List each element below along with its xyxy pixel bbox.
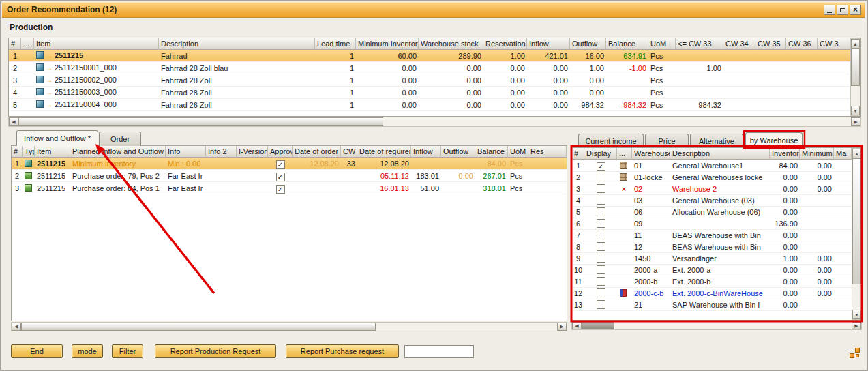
outflow-cell[interactable]: 16.00	[570, 50, 606, 62]
outflow-cell[interactable]: 1.00	[570, 62, 606, 74]
date-of-requirement-cell[interactable]: 16.01.13	[357, 182, 411, 194]
max-cell[interactable]	[834, 276, 852, 288]
info2-cell[interactable]	[206, 182, 237, 194]
top-table-horizontal-scrollbar[interactable]: ◀ ▶	[8, 117, 861, 127]
inflow-cell[interactable]: 421.01	[527, 50, 570, 62]
uom-cell[interactable]: Pcs	[648, 50, 676, 62]
lead-time-cell[interactable]: 1	[315, 62, 356, 74]
cw-cell[interactable]	[341, 170, 357, 182]
max-cell[interactable]	[834, 299, 852, 311]
cw34-cell[interactable]	[723, 87, 755, 99]
cw33-cell[interactable]: 1.00	[676, 62, 723, 74]
display-checkbox[interactable]	[597, 288, 605, 297]
inventory-cell[interactable]: 136.90	[770, 218, 800, 230]
footer-text-input[interactable]	[404, 345, 474, 358]
display-checkbox[interactable]	[597, 265, 605, 274]
top-table-vertical-scrollbar[interactable]: ▲ ▼	[850, 38, 860, 116]
scrollbar-thumb[interactable]	[18, 117, 383, 126]
warehouse-icon-cell[interactable]	[617, 288, 632, 299]
res-cell[interactable]	[528, 182, 567, 194]
outflow-cell[interactable]: 0.00	[441, 170, 475, 182]
outflow-cell[interactable]: 0.00	[570, 74, 606, 87]
tab-order[interactable]: Order	[99, 132, 141, 146]
uom-cell[interactable]: Pcs	[508, 182, 528, 194]
warehouse-icon-cell[interactable]	[617, 160, 632, 172]
uom-cell[interactable]: Pcs	[648, 62, 676, 74]
display-checkbox[interactable]	[597, 254, 605, 263]
approved-checkbox[interactable]: ✓	[276, 160, 285, 169]
warehouse-icon-cell[interactable]	[617, 276, 632, 288]
i-version-cell[interactable]	[237, 170, 268, 182]
balance-cell[interactable]	[606, 74, 648, 87]
warehouse-code-cell[interactable]: 01-locke	[632, 172, 670, 183]
warehouse-code-cell[interactable]: 12	[632, 241, 670, 253]
warehouse-table-vertical-scrollbar[interactable]: ▲ ▼	[852, 148, 862, 320]
warehouse-description-cell[interactable]: Versandlager	[670, 253, 770, 265]
scrollbar-thumb[interactable]	[851, 48, 860, 86]
cw34-cell[interactable]	[723, 74, 755, 87]
max-cell[interactable]	[834, 160, 852, 172]
warehouse-code-cell[interactable]: 06	[632, 207, 670, 218]
warehouse-icon-cell[interactable]: ×	[617, 183, 632, 195]
warehouse-description-cell[interactable]	[670, 218, 770, 230]
minimum-inventory-cell[interactable]: 60.00	[356, 50, 419, 62]
warehouse-description-cell[interactable]: Ext. 2000-a	[670, 265, 770, 276]
warehouse-table-horizontal-scrollbar[interactable]: ◀ ▶	[571, 321, 862, 330]
table-row[interactable]: 22511215Purchase order: 79, Pos 2Far Eas…	[12, 170, 567, 182]
display-checkbox[interactable]	[597, 242, 605, 251]
scroll-up-icon[interactable]: ▲	[852, 149, 861, 158]
item-cell[interactable]: 2511215	[35, 158, 70, 170]
approved-checkbox[interactable]: ✓	[276, 173, 285, 181]
minimum-cell[interactable]	[800, 218, 834, 230]
display-cell[interactable]	[584, 265, 617, 276]
reservation-cell[interactable]: 1.00	[483, 50, 527, 62]
cw-cell[interactable]: 33	[341, 158, 357, 170]
scroll-right-icon[interactable]: ▶	[851, 117, 860, 126]
dots-cell[interactable]	[21, 50, 34, 62]
display-cell[interactable]	[584, 207, 617, 218]
reservation-cell[interactable]: 0.00	[483, 87, 527, 99]
warehouse-description-cell[interactable]: General Warehouses locke	[670, 172, 770, 183]
item-cell[interactable]: →25112150003_000	[34, 87, 159, 99]
warehouse-icon-cell[interactable]	[617, 172, 632, 183]
display-checkbox[interactable]	[597, 300, 605, 309]
cw35-cell[interactable]	[755, 99, 786, 111]
display-checkbox[interactable]	[597, 207, 605, 216]
item-cell[interactable]: →25112150001_000	[34, 62, 159, 74]
cw34-cell[interactable]	[723, 99, 755, 111]
display-checkbox[interactable]	[597, 196, 605, 205]
warehouse-icon-cell[interactable]	[617, 253, 632, 265]
date-of-order-cell[interactable]	[293, 170, 341, 182]
planned-inflow-outflow-cell[interactable]: Purchase order: 79, Pos 2	[70, 170, 166, 182]
row-number-cell[interactable]: 13	[572, 299, 584, 311]
table-row[interactable]: 102000-aExt. 2000-a0.000.00	[572, 265, 852, 276]
inventory-cell[interactable]: 0.00	[770, 288, 800, 299]
cw37-cell[interactable]	[818, 87, 851, 99]
info-cell[interactable]: Far East Ir	[166, 182, 206, 194]
cw37-cell[interactable]	[818, 99, 851, 111]
table-row[interactable]: 32511215Purchase order: 84, Pos 1Far Eas…	[12, 182, 567, 194]
scroll-left-icon[interactable]: ◀	[572, 322, 582, 329]
row-number-cell[interactable]: 12	[572, 288, 584, 299]
scrollbar-thumb[interactable]	[582, 322, 614, 329]
warehouse-icon-cell[interactable]	[617, 195, 632, 207]
display-cell[interactable]	[584, 183, 617, 195]
minimum-cell[interactable]: 0.00	[800, 183, 834, 195]
row-number-cell[interactable]: 5	[572, 207, 584, 218]
description-cell[interactable]: Fahrrad 26 Zoll	[159, 99, 315, 111]
warehouse-description-cell[interactable]: Ext. 2000-b	[670, 276, 770, 288]
date-of-requirement-cell[interactable]: 12.08.20	[357, 158, 411, 170]
minimum-cell[interactable]: 0.00	[800, 265, 834, 276]
warehouse-description-cell[interactable]: Allocation Warehouse (06)	[670, 207, 770, 218]
type-icon-cell[interactable]	[23, 170, 35, 182]
table-row[interactable]: 5→25112150004_000Fahrrad 26 Zoll10.000.0…	[9, 99, 851, 111]
warehouse-stock-cell[interactable]: 0.00	[419, 74, 483, 87]
balance-cell[interactable]: 84.00	[475, 158, 508, 170]
display-checkbox[interactable]	[597, 231, 605, 239]
mode-button[interactable]: mode	[72, 344, 103, 358]
table-row[interactable]: 1✓01General Warehouse184.000.00	[572, 160, 852, 172]
display-cell[interactable]	[584, 241, 617, 253]
warehouse-code-cell[interactable]: 09	[632, 218, 670, 230]
warehouse-code-cell[interactable]: 2000-a	[632, 265, 670, 276]
scrollbar-thumb[interactable]	[21, 323, 376, 331]
